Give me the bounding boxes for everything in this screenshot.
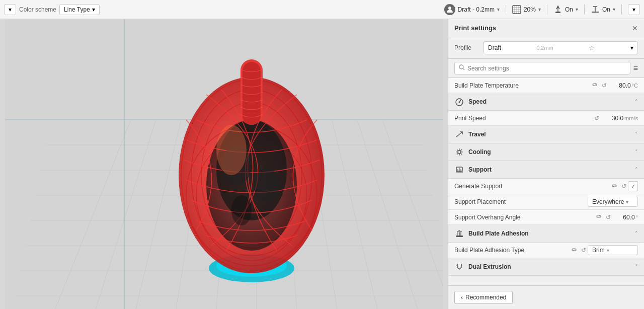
reset-icon[interactable]: ↺ xyxy=(620,183,628,190)
cooling-icon xyxy=(454,147,464,157)
build-plate-temp-label: Build Plate Temperature xyxy=(454,82,591,89)
svg-point-0 xyxy=(448,7,451,10)
dual-extrusion-icon xyxy=(454,262,464,272)
adhesion-type-dropdown[interactable]: Brim ▾ xyxy=(588,245,638,255)
support-placement-label: Support Placement xyxy=(454,198,588,205)
cooling-chevron-icon: ˂ xyxy=(635,149,638,156)
profile-name: Draft - 0.2mm xyxy=(458,6,495,13)
support-section-icon xyxy=(454,165,464,175)
support-section-label: Support xyxy=(468,166,631,173)
adhesion-chevron-icon: ▾ xyxy=(613,7,615,12)
infill-icon xyxy=(512,5,521,14)
profile-select-dropdown[interactable]: Draft 0.2mm ☆ ▾ xyxy=(484,41,638,54)
setting-actions: ↺ xyxy=(591,82,608,89)
infill-selector[interactable]: 20% ▾ xyxy=(512,5,541,14)
adhesion-section-icon xyxy=(454,228,464,239)
adhesion-value: On xyxy=(602,6,610,13)
support-value: On xyxy=(565,6,573,13)
profile-select-sub: 0.2mm xyxy=(536,45,553,51)
dual-extrusion-section[interactable]: Dual Extrusion ˂ xyxy=(448,258,644,276)
svg-point-40 xyxy=(216,125,247,175)
support-section[interactable]: Support ˄ xyxy=(448,161,644,179)
build-plate-temp-row: Build Plate Temperature ↺ 80.0 °C xyxy=(448,78,644,93)
separator xyxy=(506,5,506,15)
svg-rect-48 xyxy=(456,236,463,237)
profile-icon xyxy=(444,4,455,15)
cooling-label: Cooling xyxy=(468,148,631,156)
support-overhang-row: Support Overhang Angle ↺ 60.0 ° xyxy=(448,210,644,225)
link-icon[interactable] xyxy=(610,183,618,190)
adhesion-icon xyxy=(591,5,600,14)
support-chevron-icon: ▾ xyxy=(576,7,578,12)
profile-chevron-icon: ▾ xyxy=(630,44,633,51)
adhesion-type-chevron-icon: ▾ xyxy=(607,248,609,253)
speed-label: Speed xyxy=(468,98,631,105)
menu-icon-btn[interactable]: ≡ xyxy=(633,64,638,73)
support-section-chevron-icon: ˄ xyxy=(635,167,638,173)
setting-actions: ↺ xyxy=(610,183,628,190)
support-placement-value: Everywhere xyxy=(592,198,624,205)
svg-line-42 xyxy=(463,68,464,70)
adhesion-type-value: Brim xyxy=(592,247,605,254)
build-plate-temp-unit: °C xyxy=(632,83,638,89)
top-bar-right: Draft - 0.2mm ▾ 20% ▾ On ▾ xyxy=(444,4,640,15)
search-icon xyxy=(459,64,465,72)
color-scheme-dropdown[interactable]: Line Type ▾ xyxy=(59,4,100,15)
top-bar: ▾ Color scheme Line Type ▾ Draft - 0.2mm… xyxy=(0,0,644,19)
expand-icon: ▾ xyxy=(632,6,635,13)
generate-support-checkbox[interactable]: ✓ xyxy=(628,181,638,191)
close-button[interactable]: ✕ xyxy=(632,25,638,32)
travel-label: Travel xyxy=(468,131,631,138)
link-icon[interactable] xyxy=(595,213,603,221)
search-row: ≡ xyxy=(448,59,644,78)
print-speed-label: Print Speed xyxy=(454,115,593,122)
speed-icon xyxy=(454,97,464,107)
separator xyxy=(584,5,585,15)
settings-content: Build Plate Temperature ↺ 80.0 °C Speed … xyxy=(448,78,644,285)
recommended-button[interactable]: ‹ Recommended xyxy=(454,291,513,304)
svg-point-38 xyxy=(254,168,279,203)
panel-header: Print settings ✕ xyxy=(448,19,644,37)
chevron-down-icon: ▾ xyxy=(92,6,95,13)
reset-icon[interactable]: ↺ xyxy=(593,115,601,122)
link-icon[interactable] xyxy=(591,82,599,89)
expand-btn[interactable]: ▾ xyxy=(628,4,640,15)
viewport[interactable] xyxy=(0,19,448,309)
support-selector[interactable]: On ▾ xyxy=(553,5,578,14)
separator xyxy=(621,5,622,15)
adhesion-section[interactable]: Build Plate Adhesion ˄ xyxy=(448,225,644,243)
setting-actions: ↺ xyxy=(595,213,612,221)
generate-support-label: Generate Support xyxy=(454,183,610,190)
print-speed-row: Print Speed ↺ 30.0 mm/s xyxy=(448,111,644,126)
svg-point-44 xyxy=(459,102,460,103)
search-input[interactable] xyxy=(467,65,626,72)
3d-scene xyxy=(0,19,448,309)
settings-panel: Print settings ✕ Profile Draft 0.2mm ☆ ▾… xyxy=(448,19,644,309)
support-overhang-label: Support Overhang Angle xyxy=(454,214,595,221)
cooling-section[interactable]: Cooling ˂ xyxy=(448,143,644,161)
adhesion-selector[interactable]: On ▾ xyxy=(591,5,615,14)
profile-chevron-icon: ▾ xyxy=(497,7,500,12)
adhesion-section-chevron-icon: ˄ xyxy=(635,230,638,237)
generate-support-row: Generate Support ↺ ✓ xyxy=(448,179,644,194)
view-dropdown[interactable]: ▾ xyxy=(4,4,16,15)
support-placement-dropdown[interactable]: Everywhere ▾ xyxy=(588,197,638,207)
svg-rect-2 xyxy=(555,12,560,13)
travel-section[interactable]: Travel ˂ xyxy=(448,126,644,143)
reset-icon[interactable]: ↺ xyxy=(580,247,588,254)
profile-selector[interactable]: Draft - 0.2mm ▾ xyxy=(444,4,500,15)
profile-star-icon[interactable]: ☆ xyxy=(589,44,595,52)
profile-label: Profile xyxy=(454,44,479,51)
print-speed-unit: mm/s xyxy=(624,115,638,121)
travel-chevron-icon: ˂ xyxy=(635,131,638,138)
hamburger-icon: ≡ xyxy=(633,64,638,73)
adhesion-type-row: Build Plate Adhesion Type ↺ Brim ▾ xyxy=(448,243,644,258)
reset-icon[interactable]: ↺ xyxy=(604,214,612,221)
bottom-bar: ‹ Recommended xyxy=(448,285,644,309)
infill-chevron-icon: ▾ xyxy=(538,7,541,12)
setting-actions: ↺ xyxy=(593,115,601,122)
reset-icon[interactable]: ↺ xyxy=(600,82,608,89)
speed-section[interactable]: Speed ˄ xyxy=(448,93,644,111)
link-icon[interactable] xyxy=(570,247,578,254)
color-scheme-value: Line Type xyxy=(64,6,90,13)
